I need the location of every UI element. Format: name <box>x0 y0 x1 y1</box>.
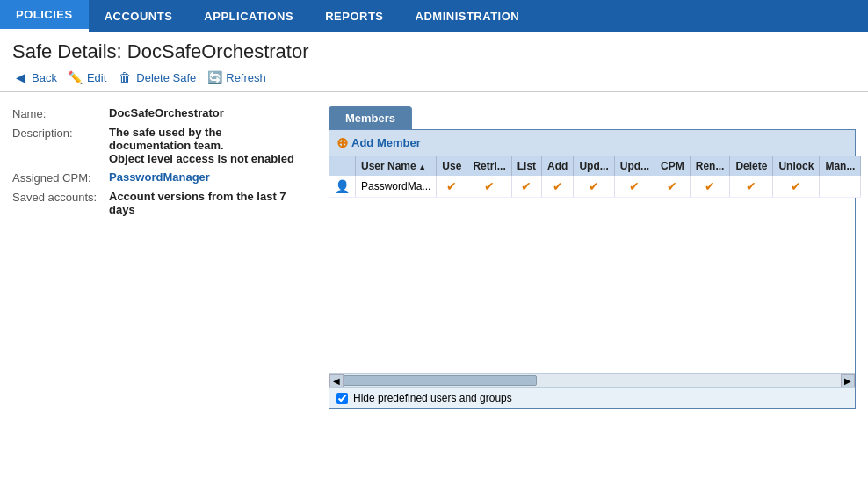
check-use-icon: ✔ <box>446 179 457 193</box>
col-use[interactable]: Use <box>437 156 467 176</box>
refresh-label: Refresh <box>226 71 266 84</box>
row-delete: ✔ <box>730 176 773 198</box>
footer-bar: Hide predefined users and groups <box>329 387 855 408</box>
col-upd1[interactable]: Upd... <box>574 156 614 176</box>
nav-item-accounts[interactable]: ACCOUNTS <box>89 0 189 32</box>
add-member-button[interactable]: ⊕ Add Member <box>336 134 421 151</box>
check-delete-icon: ✔ <box>746 179 756 193</box>
description-label: Description: <box>12 126 109 140</box>
name-label: Name: <box>12 106 109 120</box>
back-label: Back <box>32 71 57 84</box>
cpm-value: PasswordManager <box>109 170 210 184</box>
check-retrieve-icon: ✔ <box>484 179 495 193</box>
edit-label: Edit <box>87 71 106 84</box>
row-upd2: ✔ <box>614 176 655 198</box>
back-button[interactable]: ◀ Back <box>12 70 57 84</box>
check-list-icon: ✔ <box>521 179 532 193</box>
delete-icon: 🗑 <box>117 70 133 84</box>
nav-item-administration[interactable]: ADMINISTRATION <box>400 0 536 32</box>
scroll-left-button[interactable]: ◀ <box>329 374 344 388</box>
col-delete[interactable]: Delete <box>730 156 773 176</box>
table-header-row: User Name Use Retri... List Add Upd... U… <box>329 156 861 176</box>
col-username[interactable]: User Name <box>356 156 437 176</box>
refresh-icon: 🔄 <box>206 70 222 84</box>
hide-predefined-checkbox[interactable] <box>336 393 348 404</box>
refresh-button[interactable]: 🔄 Refresh <box>206 70 266 84</box>
check-ren-icon: ✔ <box>705 179 715 193</box>
detail-saved-row: Saved accounts: Account versions from th… <box>12 190 311 216</box>
members-container: ⊕ Add Member User Name Use Retri... List… <box>329 129 856 409</box>
scroll-thumb[interactable] <box>344 375 537 386</box>
nav-item-applications[interactable]: APPLICATIONS <box>188 0 309 32</box>
nav-item-policies[interactable]: POLICIES <box>0 0 89 32</box>
col-add[interactable]: Add <box>542 156 574 176</box>
page-title: Safe Details: DocSafeOrchestrator <box>0 32 868 67</box>
members-panel: Members ⊕ Add Member User Name Use Retri… <box>329 106 856 409</box>
members-table: User Name Use Retri... List Add Upd... U… <box>329 156 861 198</box>
name-value: DocSafeOrchestrator <box>109 106 224 119</box>
nav-item-reports[interactable]: REPORTS <box>309 0 399 32</box>
tab-bar: Members <box>329 106 856 129</box>
row-ren: ✔ <box>690 176 730 198</box>
check-cpm-icon: ✔ <box>667 179 677 193</box>
col-ren[interactable]: Ren... <box>690 156 730 176</box>
hide-predefined-label[interactable]: Hide predefined users and groups <box>353 392 512 404</box>
scroll-right-button[interactable]: ▶ <box>841 374 855 388</box>
toolbar-separator <box>0 91 868 92</box>
detail-name-row: Name: DocSafeOrchestrator <box>12 106 311 120</box>
row-upd1: ✔ <box>574 176 614 198</box>
add-member-icon: ⊕ <box>336 134 348 151</box>
table-row[interactable]: 👤 PasswordMa... ✔ ✔ ✔ ✔ ✔ ✔ ✔ ✔ ✔ ✔ <box>329 176 861 198</box>
col-unlock[interactable]: Unlock <box>773 156 820 176</box>
check-unlock-icon: ✔ <box>791 179 801 193</box>
tab-members[interactable]: Members <box>329 106 412 129</box>
main-content: Name: DocSafeOrchestrator Description: T… <box>0 99 868 416</box>
row-cpm: ✔ <box>655 176 691 198</box>
edit-button[interactable]: ✏️ Edit <box>68 70 106 84</box>
back-icon: ◀ <box>12 70 28 84</box>
row-retrieve: ✔ <box>467 176 511 198</box>
delete-label: Delete Safe <box>136 71 196 84</box>
col-man[interactable]: Man... <box>820 156 861 176</box>
col-list[interactable]: List <box>511 156 541 176</box>
toolbar: ◀ Back ✏️ Edit 🗑 Delete Safe 🔄 Refresh <box>0 67 868 91</box>
col-icon <box>329 156 356 176</box>
detail-cpm-row: Assigned CPM: PasswordManager <box>12 170 311 185</box>
row-username: PasswordMa... <box>356 176 437 198</box>
check-upd1-icon: ✔ <box>589 179 599 193</box>
saved-label: Saved accounts: <box>12 190 109 204</box>
add-member-bar: ⊕ Add Member <box>329 130 855 156</box>
edit-icon: ✏️ <box>68 70 83 84</box>
scroll-track[interactable] <box>344 374 841 387</box>
row-use: ✔ <box>437 176 467 198</box>
col-cpm[interactable]: CPM <box>655 156 691 176</box>
delete-safe-button[interactable]: 🗑 Delete Safe <box>117 70 196 84</box>
check-upd2-icon: ✔ <box>629 179 640 193</box>
user-icon: 👤 <box>335 179 350 193</box>
col-retrieve[interactable]: Retri... <box>467 156 511 176</box>
row-add: ✔ <box>542 176 574 198</box>
description-value: The safe used by the documentation team.… <box>109 126 302 165</box>
row-list: ✔ <box>511 176 541 198</box>
top-navigation: POLICIES ACCOUNTS APPLICATIONS REPORTS A… <box>0 0 868 32</box>
detail-description-row: Description: The safe used by the docume… <box>12 126 311 165</box>
check-add-icon: ✔ <box>553 179 563 193</box>
horizontal-scrollbar[interactable]: ◀ ▶ <box>329 373 855 387</box>
saved-value: Account versions from the last 7 days <box>109 190 302 216</box>
row-unlock: ✔ <box>773 176 820 198</box>
row-man <box>820 176 861 198</box>
table-empty-space <box>329 198 855 373</box>
cpm-label: Assigned CPM: <box>12 170 109 185</box>
row-user-icon: 👤 <box>329 176 356 198</box>
add-member-label: Add Member <box>351 136 421 149</box>
detail-panel: Name: DocSafeOrchestrator Description: T… <box>12 106 311 409</box>
col-upd2[interactable]: Upd... <box>614 156 655 176</box>
